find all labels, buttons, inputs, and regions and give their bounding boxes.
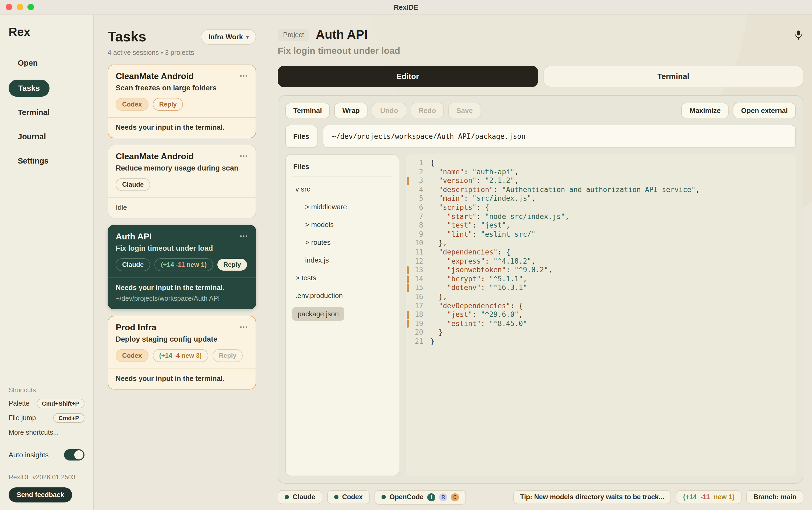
redo-button[interactable]: Redo (410, 103, 444, 118)
code-line[interactable]: 18 "jest": "^29.6.0", (407, 310, 791, 319)
task-status-section: Needs your input in the terminal.~/dev/p… (108, 278, 256, 309)
line-number: 16 (411, 293, 430, 302)
code-line[interactable]: 12 "express": "^4.18.2", (407, 257, 791, 266)
window-title: RexIDE (394, 3, 418, 11)
task-menu-button[interactable]: ⋯ (239, 152, 248, 160)
code-text: }, (430, 293, 447, 302)
code-editor[interactable]: 1{2 "name": "auth-api",3 "version": "2.1… (406, 154, 796, 476)
sidebar-item-settings[interactable]: Settings (9, 153, 85, 169)
diff-badge[interactable]: (+14 -4 new 3) (152, 349, 208, 362)
reply-badge[interactable]: Reply (212, 349, 243, 362)
gutter-spacer (407, 195, 409, 203)
maximize-button[interactable]: Maximize (682, 103, 729, 118)
task-card[interactable]: CleanMate Android⋯Reduce memory usage du… (108, 145, 256, 218)
reply-badge[interactable]: Reply (218, 259, 247, 271)
branch-pill[interactable]: Branch: main (746, 490, 803, 504)
wrap-button[interactable]: Wrap (334, 103, 368, 118)
tab-editor[interactable]: Editor (278, 66, 538, 87)
code-line[interactable]: 8 "test": "jest", (407, 221, 791, 230)
code-line[interactable]: 14 "bcrypt": "^5.1.1", (407, 275, 791, 283)
auto-insights-toggle[interactable] (64, 449, 85, 460)
gutter-spacer (407, 337, 409, 346)
task-menu-button[interactable]: ⋯ (239, 71, 248, 80)
reply-badge[interactable]: Reply (152, 98, 183, 111)
close-button[interactable] (6, 4, 12, 10)
code-text: } (430, 337, 435, 346)
app-logo: Rex (9, 25, 85, 39)
open-external-button[interactable]: Open external (733, 103, 796, 118)
mic-icon[interactable] (794, 29, 803, 40)
code-line[interactable]: 7 "start": "node src/index.js", (407, 212, 791, 221)
task-card[interactable]: Prod Infra⋯Deploy staging config updateC… (108, 316, 256, 389)
file-path-bar[interactable]: ~/dev/projects/workspace/Auth API/packag… (323, 125, 796, 148)
gutter-spacer (407, 159, 409, 167)
code-line[interactable]: 17 "devDependencies": { (407, 302, 791, 310)
agent-pill-codex[interactable]: Codex (327, 490, 369, 504)
file-tree: Files v src> middleware> models> routesi… (285, 154, 399, 476)
sidebar-item-terminal[interactable]: Terminal (9, 105, 85, 120)
tree-item-models[interactable]: > models (292, 218, 338, 231)
tree-item-package.json[interactable]: package.json (292, 307, 344, 321)
claude-badge[interactable]: Claude (116, 258, 150, 271)
code-line[interactable]: 2 "name": "auth-api", (407, 168, 791, 176)
tasks-title: Tasks (108, 29, 146, 45)
code-line[interactable]: 11 "dependencies": { (407, 248, 791, 257)
task-menu-button[interactable]: ⋯ (239, 323, 248, 331)
code-line[interactable]: 6 "scripts": { (407, 203, 791, 212)
code-line[interactable]: 4 "description": "Authentication and aut… (407, 186, 791, 194)
agent-pill-claude[interactable]: Claude (278, 490, 322, 504)
code-line[interactable]: 10 }, (407, 239, 791, 248)
more-shortcuts-link[interactable]: More shortcuts... (9, 429, 85, 436)
code-line[interactable]: 13 "jsonwebtoken": "^9.0.2", (407, 266, 791, 275)
files-button[interactable]: Files (285, 125, 317, 148)
code-line[interactable]: 3 "version": "2.1.2", (407, 176, 791, 185)
line-number: 3 (411, 176, 430, 185)
agent-chip-r[interactable]: R (439, 493, 447, 501)
tree-item-src[interactable]: v src (292, 183, 315, 195)
change-marker (407, 275, 409, 283)
statusbar-diff-pill[interactable]: (+14 -11 new 1) (676, 490, 742, 504)
terminal-button[interactable]: Terminal (285, 103, 330, 118)
tree-item-.env.production[interactable]: .env.production (292, 290, 347, 302)
code-line[interactable]: 15 "dotenv": "^16.3.1" (407, 284, 791, 293)
agent-chip-i[interactable]: I (427, 493, 435, 501)
line-number: 13 (411, 266, 430, 275)
task-status: Needs your input in the terminal. (116, 283, 248, 292)
change-marker (407, 284, 409, 292)
code-line[interactable]: 1{ (407, 159, 791, 168)
code-line[interactable]: 21} (407, 337, 791, 346)
sidebar-item-open[interactable]: Open (9, 55, 85, 70)
agent-chip-c[interactable]: C (451, 493, 459, 501)
agent-pill-opencode[interactable]: OpenCodeIRC (375, 490, 466, 504)
code-line[interactable]: 19 "eslint": "^8.45.0" (407, 319, 791, 328)
tree-item-middleware[interactable]: > middleware (292, 201, 351, 213)
codex-badge[interactable]: Codex (116, 98, 148, 111)
tree-item-index.js[interactable]: index.js (292, 254, 333, 266)
task-filter-dropdown[interactable]: Infra Work ▾ (201, 29, 256, 44)
tab-terminal[interactable]: Terminal (543, 66, 803, 87)
tree-item-routes[interactable]: > routes (292, 236, 335, 248)
view-tabs: EditorTerminal (278, 66, 803, 87)
task-card[interactable]: CleanMate Android⋯Scan freezes on large … (108, 65, 256, 138)
code-line[interactable]: 16 }, (407, 293, 791, 302)
codex-badge[interactable]: Codex (116, 349, 148, 362)
sidebar-item-tasks[interactable]: Tasks (9, 80, 50, 97)
save-button[interactable]: Save (448, 103, 481, 118)
diff-badge[interactable]: (+14 -11 new 1) (154, 258, 213, 271)
send-feedback-button[interactable]: Send feedback (9, 487, 72, 503)
gutter-spacer (407, 258, 409, 266)
code-line[interactable]: 9 "lint": "eslint src/" (407, 230, 791, 239)
claude-badge[interactable]: Claude (116, 178, 150, 191)
task-menu-button[interactable]: ⋯ (239, 232, 248, 240)
undo-button[interactable]: Undo (372, 103, 406, 118)
code-text: "version": "2.1.2", (430, 176, 519, 185)
code-line[interactable]: 20 } (407, 328, 791, 337)
task-card[interactable]: Auth API⋯Fix login timeout under loadCla… (108, 225, 256, 309)
tree-item-tests[interactable]: > tests (292, 272, 320, 284)
task-subtitle: Scan freezes on large folders (116, 84, 248, 92)
sidebar-item-journal[interactable]: Journal (9, 129, 85, 144)
code-line[interactable]: 5 "main": "src/index.js", (407, 194, 791, 203)
statusbar-tip[interactable]: Tip: New models directory waits to be tr… (513, 490, 671, 504)
zoom-button[interactable] (27, 4, 34, 10)
minimize-button[interactable] (17, 4, 23, 10)
